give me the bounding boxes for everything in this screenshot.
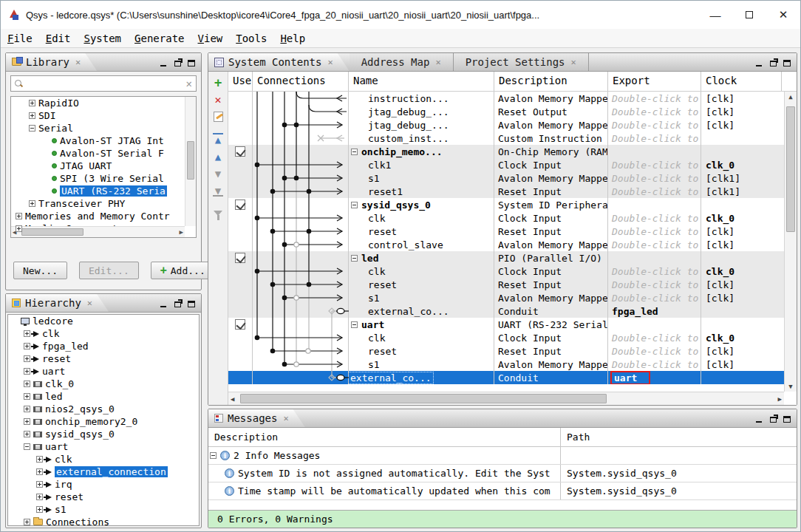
- library-float-icon[interactable]: [173, 58, 182, 66]
- table-row[interactable]: clk1Clock InputDouble-click toclk_0: [228, 158, 784, 171]
- sc-float-icon[interactable]: [768, 58, 777, 66]
- export-cell[interactable]: Double-click to: [608, 158, 701, 171]
- tree-item-transceiver-phy[interactable]: Transceiver PHY: [11, 197, 196, 210]
- library-maximize-icon[interactable]: [187, 58, 196, 66]
- library-tree-hscrollbar[interactable]: ◀ ▶: [11, 226, 185, 237]
- tree-item-s1[interactable]: s1: [8, 503, 199, 516]
- table-row[interactable]: clkClock InputDouble-click toclk_0: [228, 265, 784, 278]
- remove-icon[interactable]: ✕: [210, 92, 226, 107]
- expand-icon[interactable]: [29, 112, 35, 119]
- sc-minimize-icon[interactable]: [754, 58, 763, 66]
- use-checkbox[interactable]: [235, 253, 245, 263]
- tree-item-avalon-st-jtag-int[interactable]: Avalon-ST JTAG Int: [11, 134, 196, 147]
- tab-project-settings[interactable]: Project Settings✕: [454, 53, 589, 71]
- export-cell[interactable]: Double-click to: [608, 344, 701, 358]
- table-vscroll-thumb[interactable]: [786, 106, 795, 232]
- expand-icon[interactable]: [24, 431, 30, 437]
- export-cell[interactable]: [608, 251, 701, 265]
- tree-item-clk[interactable]: clk: [8, 327, 199, 340]
- table-row[interactable]: instruction...Avalon Memory Mapped ...Do…: [228, 92, 784, 105]
- collapse-icon[interactable]: [351, 149, 358, 155]
- scroll-up-icon[interactable]: ▲: [785, 93, 797, 100]
- expand-icon[interactable]: [29, 200, 35, 207]
- export-cell[interactable]: [608, 198, 701, 211]
- export-cell[interactable]: [608, 318, 701, 331]
- table-row[interactable]: jtag_debug_...Avalon Memory Mapped ...Do…: [228, 118, 784, 132]
- export-cell[interactable]: fpga_led: [608, 304, 701, 318]
- export-cell[interactable]: Double-click to: [608, 278, 701, 291]
- tree-item-uart[interactable]: uart: [8, 365, 199, 378]
- scroll-left-icon[interactable]: ◀: [231, 395, 234, 403]
- search-clear-icon[interactable]: ✕: [186, 78, 192, 89]
- table-row[interactable]: control_slaveAvalon Memory Mapped ...Dou…: [228, 238, 784, 251]
- messages-group-row[interactable]: i 2 Info Messages: [208, 447, 797, 465]
- tree-item-sdi[interactable]: SDI: [11, 109, 196, 122]
- export-cell[interactable]: Double-click to: [608, 331, 701, 344]
- expand-icon[interactable]: [24, 519, 30, 525]
- use-checkbox[interactable]: [235, 200, 245, 210]
- tree-item-reset[interactable]: reset: [8, 352, 199, 365]
- menu-item-file[interactable]: File: [1, 29, 39, 47]
- table-row[interactable]: uartUART (RS-232 Serial P...: [228, 318, 784, 331]
- export-cell[interactable]: Double-click to: [608, 118, 701, 132]
- hierarchy-tab-close-icon[interactable]: ✕: [87, 298, 92, 308]
- tree-item-connections[interactable]: Connections: [8, 516, 199, 526]
- export-cell[interactable]: Double-click to: [608, 92, 701, 105]
- messages-float-icon[interactable]: [768, 415, 777, 423]
- expand-icon[interactable]: [36, 494, 43, 500]
- export-cell[interactable]: Double-click to: [608, 211, 701, 225]
- expand-icon[interactable]: [24, 393, 30, 400]
- library-tab-close-icon[interactable]: ✕: [75, 57, 81, 67]
- menu-item-tools[interactable]: Tools: [229, 29, 273, 47]
- tree-item-external_connection[interactable]: external_connection: [8, 466, 199, 478]
- messages-tab-close-icon[interactable]: ✕: [283, 413, 288, 423]
- export-cell[interactable]: Double-click to: [608, 265, 701, 278]
- tree-item-memories-and-memory-contr[interactable]: Memories and Memory Contr: [11, 210, 196, 222]
- tree-item-fpga_led[interactable]: fpga_led: [8, 340, 199, 352]
- close-button[interactable]: ✕: [766, 1, 800, 29]
- add-button[interactable]: +Add...: [151, 262, 215, 279]
- menu-item-generate[interactable]: Generate: [128, 29, 191, 47]
- table-row[interactable]: resetReset InputDouble-click to[clk]: [228, 278, 784, 291]
- tree-item-clk[interactable]: clk: [8, 453, 199, 466]
- move-down-icon[interactable]: ▼: [210, 166, 226, 181]
- tab-close-icon[interactable]: ✕: [570, 57, 576, 67]
- tree-item-reset[interactable]: reset: [8, 491, 199, 503]
- export-cell[interactable]: Double-click to: [608, 358, 701, 371]
- tab-close-icon[interactable]: ✕: [327, 57, 333, 67]
- hierarchy-float-icon[interactable]: [173, 299, 182, 307]
- tree-item-serial[interactable]: Serial: [11, 122, 196, 134]
- minimize-button[interactable]: —: [698, 1, 732, 29]
- export-cell[interactable]: Double-click to: [608, 225, 701, 238]
- collapse-icon[interactable]: [351, 202, 358, 208]
- table-row[interactable]: onchip_memo...On-Chip Memory (RAM o...: [228, 145, 784, 158]
- library-tree-vscrollbar[interactable]: [185, 97, 196, 226]
- tab-close-icon[interactable]: ✕: [435, 57, 440, 67]
- collapse-icon[interactable]: [351, 321, 358, 328]
- table-row[interactable]: s1Avalon Memory Mapped ...Double-click t…: [228, 358, 784, 371]
- expand-icon[interactable]: [16, 225, 22, 232]
- library-vscroll-thumb[interactable]: [187, 141, 194, 180]
- table-hscrollbar[interactable]: ◀ ▶: [228, 392, 784, 405]
- expand-icon[interactable]: [36, 456, 43, 463]
- move-top-icon[interactable]: ▲: [210, 132, 226, 147]
- expand-icon[interactable]: [29, 100, 35, 106]
- table-row[interactable]: s1Avalon Memory Mapped ...Double-click t…: [228, 171, 784, 185]
- table-row[interactable]: external_co...Conduituart: [228, 371, 784, 384]
- export-cell[interactable]: Double-click to: [608, 238, 701, 251]
- expand-icon[interactable]: [24, 368, 30, 375]
- table-row[interactable]: external_co...Conduitfpga_led: [228, 304, 784, 318]
- expand-icon[interactable]: [36, 506, 43, 513]
- menu-item-view[interactable]: View: [191, 29, 230, 47]
- export-cell[interactable]: Double-click to: [608, 291, 701, 304]
- tree-item-rapidio[interactable]: RapidIO: [11, 97, 196, 109]
- table-row[interactable]: clkClock InputDouble-click toclk_0: [228, 331, 784, 344]
- use-checkbox[interactable]: [235, 319, 245, 330]
- new-button[interactable]: New...: [13, 262, 67, 279]
- collapse-icon[interactable]: [351, 255, 358, 262]
- collapse-icon[interactable]: [210, 452, 217, 459]
- table-row[interactable]: jtag_debug_...Reset OutputDouble-click t…: [228, 105, 784, 118]
- scroll-right-icon[interactable]: ▶: [180, 228, 183, 236]
- export-cell[interactable]: uart: [608, 371, 701, 384]
- hierarchy-maximize-icon[interactable]: [187, 299, 196, 307]
